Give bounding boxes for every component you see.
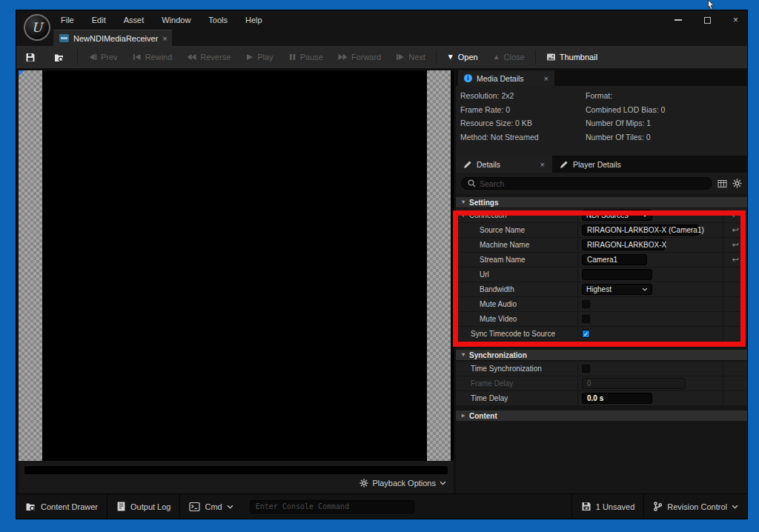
branch-icon: [653, 502, 663, 511]
next-button[interactable]: Next: [388, 46, 433, 68]
playback-options-button[interactable]: Playback Options: [359, 479, 446, 488]
connection-label: Connection: [469, 211, 507, 219]
caret-down-icon[interactable]: ▾: [462, 213, 465, 219]
machine-name-row: Machine Name RIRAGON-LARKBOX-X ↩: [456, 238, 747, 253]
pause-button[interactable]: Pause: [281, 46, 331, 68]
settings-header[interactable]: ▾ Settings: [456, 197, 747, 208]
thumbnail-icon: [546, 53, 556, 61]
play-icon: [245, 53, 253, 61]
toolbar-separator: [436, 50, 437, 64]
settings-gear-icon[interactable]: [732, 179, 742, 188]
time-delay-field[interactable]: 0.0 s: [582, 393, 652, 404]
time-sync-checkbox[interactable]: [582, 365, 590, 373]
stream-name-row: Stream Name Camera1 ↩: [456, 253, 747, 267]
reset-button[interactable]: ↩: [723, 240, 747, 250]
content-header[interactable]: ▸ Content: [456, 410, 747, 422]
playback-scrubber[interactable]: [24, 466, 448, 474]
save-icon: [25, 53, 36, 62]
media-details-tab-close-icon[interactable]: ×: [544, 74, 548, 83]
media-details-tab[interactable]: i Media Details ×: [458, 70, 554, 86]
connection-source-dropdown[interactable]: NDI Sources: [582, 210, 652, 221]
mute-video-checkbox[interactable]: [582, 315, 590, 323]
time-delay-row: Time Delay 0.0 s: [456, 391, 747, 406]
output-log-icon: [116, 502, 126, 511]
synchronization-header[interactable]: ▾ Synchronization: [456, 350, 747, 361]
search-box[interactable]: [461, 177, 712, 190]
asset-tab-close-icon[interactable]: ×: [162, 34, 167, 43]
reverse-button[interactable]: Reverse: [179, 46, 238, 68]
output-log-button[interactable]: Output Log: [107, 494, 179, 519]
source-name-field[interactable]: RIRAGON-LARKBOX-X (Camera1): [582, 225, 699, 236]
open-triangle-icon: ▼: [447, 53, 454, 61]
reset-button[interactable]: ↩: [723, 210, 747, 220]
rewind-button[interactable]: Rewind: [125, 46, 180, 68]
tab-player-details[interactable]: Player Details: [552, 156, 629, 173]
menu-asset[interactable]: Asset: [124, 16, 145, 24]
browse-asset-button[interactable]: [44, 46, 74, 68]
menu-edit[interactable]: Edit: [92, 16, 106, 24]
console-command-input[interactable]: [256, 502, 408, 511]
close-media-button[interactable]: ▲ Close: [485, 46, 532, 68]
frame-delay-field: 0: [582, 378, 686, 389]
asset-tab-label: NewNDIMediaReceiver: [73, 34, 158, 43]
media-details-content: Resolution: 2x2 Frame Rate: 0 Resource S…: [456, 86, 747, 156]
menu-tools[interactable]: Tools: [208, 16, 228, 24]
pause-icon: [288, 53, 296, 61]
mute-audio-label: Mute Audio: [480, 300, 517, 308]
menu-help[interactable]: Help: [245, 16, 262, 24]
viewport-footer: Playback Options: [19, 461, 454, 493]
thumbnail-button[interactable]: Thumbnail: [539, 46, 605, 68]
url-field[interactable]: [582, 269, 652, 280]
menu-file[interactable]: File: [61, 16, 74, 24]
cmd-dropdown-button[interactable]: Cmd: [180, 494, 242, 519]
lod-bias-value: Combined LOD Bias: 0: [586, 103, 665, 117]
folder-find-icon: [53, 53, 65, 62]
menu-window[interactable]: Window: [162, 16, 190, 24]
maximize-button[interactable]: [704, 17, 711, 24]
info-icon: i: [464, 74, 472, 82]
status-bar: Content Drawer Output Log Cmd ★ 1 Unsave…: [16, 493, 747, 519]
step-prev-icon: [88, 53, 97, 61]
search-row: [456, 173, 747, 194]
toolbar-separator: [77, 50, 78, 64]
bandwidth-dropdown[interactable]: Highest: [582, 284, 652, 295]
tab-details[interactable]: Details ×: [456, 156, 552, 173]
close-window-button[interactable]: ×: [733, 15, 738, 25]
unreal-logo-icon: U: [24, 14, 50, 41]
details-tab-close-icon[interactable]: ×: [540, 160, 545, 169]
mute-video-label: Mute Video: [480, 315, 517, 323]
open-button[interactable]: ▼ Open: [440, 46, 485, 68]
mute-audio-checkbox[interactable]: [582, 300, 590, 308]
reset-button[interactable]: ↩: [723, 255, 747, 265]
revision-control-button[interactable]: Revision Control: [644, 494, 747, 519]
unsaved-button[interactable]: ★ 1 Unsaved: [572, 494, 644, 519]
time-sync-label: Time Synchronization: [471, 365, 542, 373]
machine-name-field[interactable]: RIRAGON-LARKBOX-X: [582, 239, 665, 250]
sync-timecode-checkbox[interactable]: ✓: [582, 330, 590, 338]
stream-name-field[interactable]: Camera1: [582, 254, 647, 265]
transparency-checker-right: [427, 70, 451, 461]
chevron-down-icon: [227, 505, 233, 509]
toolbar: Prev Rewind Reverse Play Pause Forward N…: [16, 46, 747, 68]
prev-button[interactable]: Prev: [81, 46, 125, 68]
url-row: Url: [456, 267, 747, 282]
frame-rate-value: Frame Rate: 0: [460, 103, 539, 117]
menu-bar: File Edit Asset Window Tools Help: [61, 16, 262, 24]
play-button[interactable]: Play: [238, 46, 280, 68]
details-panel: i Media Details × Resolution: 2x2 Frame …: [456, 70, 747, 493]
console-command-box[interactable]: [250, 500, 414, 513]
content-drawer-icon: [25, 502, 36, 511]
asset-tab[interactable]: NewNDIMediaReceiver ×: [53, 30, 172, 46]
search-input[interactable]: [480, 179, 706, 188]
num-tiles-value: Number Of Tiles: 0: [586, 130, 665, 144]
reset-button[interactable]: ↩: [723, 225, 747, 235]
view-options-grid-icon[interactable]: [717, 179, 727, 188]
forward-icon: [338, 53, 348, 61]
machine-name-label: Machine Name: [480, 241, 529, 249]
content-drawer-button[interactable]: Content Drawer: [16, 494, 107, 519]
save-button[interactable]: [16, 46, 44, 68]
forward-button[interactable]: Forward: [331, 46, 388, 68]
minimize-button[interactable]: [675, 19, 682, 21]
caret-down-icon: ▾: [462, 352, 465, 358]
pencil-icon: [560, 160, 569, 169]
